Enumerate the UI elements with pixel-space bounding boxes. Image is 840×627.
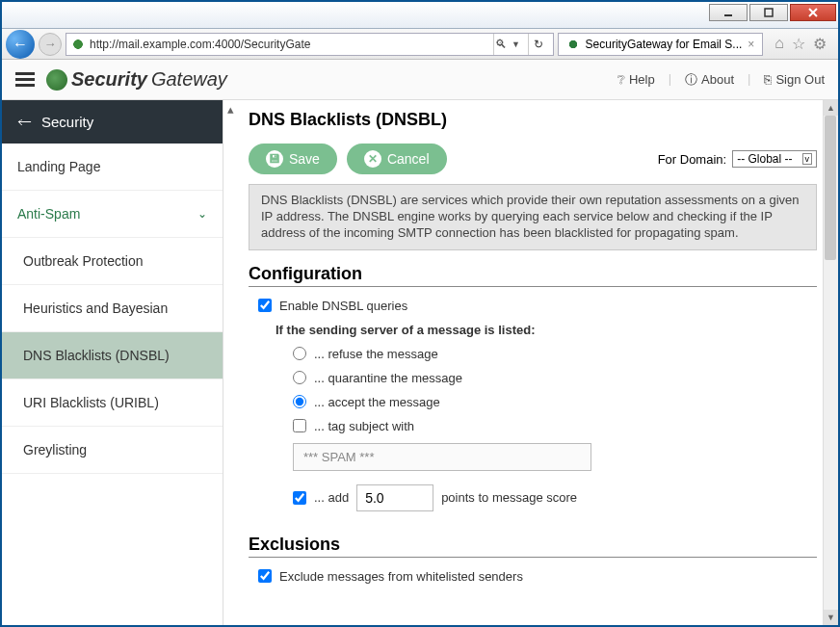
refuse-label: ... refuse the message bbox=[314, 347, 438, 361]
help-link[interactable]: ❔︎Help bbox=[617, 71, 655, 89]
logo-icon bbox=[46, 69, 67, 91]
nav-forward-button[interactable]: → bbox=[39, 33, 62, 56]
svg-rect-1 bbox=[765, 9, 773, 16]
url-text: http://mail.example.com:4000/SecurityGat… bbox=[90, 38, 310, 51]
close-window-button[interactable] bbox=[790, 4, 836, 21]
app-header: SecurityGateway ❔︎Help | ⓘ︎About | ⎘Sign… bbox=[2, 60, 838, 100]
enable-dnsbl-label: Enable DNSBL queries bbox=[279, 299, 407, 313]
points-input[interactable] bbox=[356, 484, 433, 511]
add-points-prefix: ... add bbox=[314, 490, 349, 505]
browser-navbar: ← → http://mail.example.com:4000/Securit… bbox=[2, 29, 838, 60]
sidebar-item-landing[interactable]: Landing Page bbox=[2, 144, 223, 191]
sidebar-item-uribl[interactable]: URI Blacklists (URIBL) bbox=[2, 379, 223, 427]
add-points-suffix: points to message score bbox=[441, 490, 577, 505]
tab-close-icon[interactable]: × bbox=[748, 38, 754, 51]
info-box: DNS Blacklists (DNSBL) are services whic… bbox=[249, 184, 817, 250]
refuse-radio[interactable] bbox=[293, 347, 306, 360]
exclude-whitelist-checkbox[interactable] bbox=[258, 569, 272, 583]
about-link[interactable]: ⓘ︎About bbox=[685, 71, 734, 89]
exclude-whitelist-label: Exclude messages from whitelisted sender… bbox=[279, 569, 523, 584]
page-title: DNS Blacklists (DNSBL) bbox=[249, 110, 821, 130]
sidebar-item-dnsbl[interactable]: DNS Blacklists (DNSBL) bbox=[2, 332, 223, 379]
tab-favicon bbox=[566, 38, 580, 51]
tab-title: SecurityGateway for Email S... bbox=[586, 38, 743, 51]
scroll-thumb[interactable] bbox=[825, 116, 836, 260]
home-icon[interactable]: ⌂ bbox=[774, 35, 784, 53]
cancel-button[interactable]: ✕ Cancel bbox=[347, 144, 447, 174]
sidebar-item-antispam[interactable]: Anti-Spam ⌄ bbox=[2, 191, 223, 238]
sidebar-item-greylisting[interactable]: Greylisting bbox=[2, 427, 223, 474]
signout-link[interactable]: ⎘Sign Out bbox=[764, 71, 825, 89]
tools-icon[interactable]: ⚙︎ bbox=[813, 35, 827, 53]
enable-dnsbl-checkbox[interactable] bbox=[258, 299, 272, 312]
url-dropdown-icon[interactable]: ▼ bbox=[509, 39, 524, 49]
save-icon: 💾︎ bbox=[266, 150, 283, 168]
sidebar-collapse-icon[interactable]: ▴ bbox=[223, 100, 237, 625]
sidebar-item-outbreak[interactable]: Outbreak Protection bbox=[2, 238, 223, 285]
accept-label: ... accept the message bbox=[314, 395, 440, 409]
arrow-left-icon: 🡐 bbox=[17, 114, 32, 130]
add-points-checkbox[interactable] bbox=[293, 491, 306, 505]
main-content: ▴ DNS Blacklists (DNSBL) 💾︎ Save ✕ Cance… bbox=[223, 100, 838, 625]
save-button[interactable]: 💾︎ Save bbox=[249, 144, 337, 174]
tag-subject-label: ... tag subject with bbox=[314, 419, 414, 433]
sidebar-back-button[interactable]: 🡐 Security bbox=[2, 100, 223, 144]
address-bar[interactable]: http://mail.example.com:4000/SecurityGat… bbox=[66, 33, 554, 56]
scroll-down-icon[interactable]: ▼ bbox=[824, 610, 838, 625]
nav-back-button[interactable]: ← bbox=[6, 30, 35, 59]
for-domain-label: For Domain: bbox=[658, 152, 727, 167]
refresh-icon[interactable]: ↻ bbox=[528, 34, 549, 55]
chevron-down-icon: v bbox=[802, 153, 813, 165]
tag-subject-input[interactable] bbox=[293, 443, 591, 471]
app-logo: SecurityGateway bbox=[46, 68, 227, 91]
site-icon bbox=[70, 37, 86, 52]
browser-tab[interactable]: SecurityGateway for Email S... × bbox=[558, 33, 764, 56]
maximize-button[interactable] bbox=[749, 4, 788, 21]
domain-select[interactable]: -- Global -- v bbox=[732, 150, 817, 168]
chevron-down-icon: ⌄ bbox=[197, 207, 207, 221]
favorites-icon[interactable]: ☆ bbox=[792, 35, 805, 53]
scroll-up-icon[interactable]: ▲ bbox=[824, 100, 838, 116]
quarantine-label: ... quarantine the message bbox=[314, 371, 462, 385]
window-titlebar bbox=[2, 2, 838, 29]
menu-toggle-button[interactable] bbox=[15, 72, 35, 87]
quarantine-radio[interactable] bbox=[293, 371, 306, 384]
exclusions-heading: Exclusions bbox=[249, 535, 817, 558]
sidebar-item-heuristics[interactable]: Heuristics and Bayesian bbox=[2, 285, 223, 332]
accept-radio[interactable] bbox=[293, 395, 306, 408]
listed-heading: If the sending server of a message is li… bbox=[276, 323, 535, 337]
search-icon[interactable]: 🔍︎ bbox=[493, 34, 509, 55]
cancel-icon: ✕ bbox=[364, 150, 381, 168]
tag-subject-checkbox[interactable] bbox=[293, 419, 306, 432]
minimize-button[interactable] bbox=[709, 4, 748, 21]
vertical-scrollbar[interactable]: ▲ ▼ bbox=[823, 100, 838, 625]
configuration-heading: Configuration bbox=[249, 264, 817, 287]
sidebar: 🡐 Security Landing Page Anti-Spam ⌄ Outb… bbox=[2, 100, 223, 625]
